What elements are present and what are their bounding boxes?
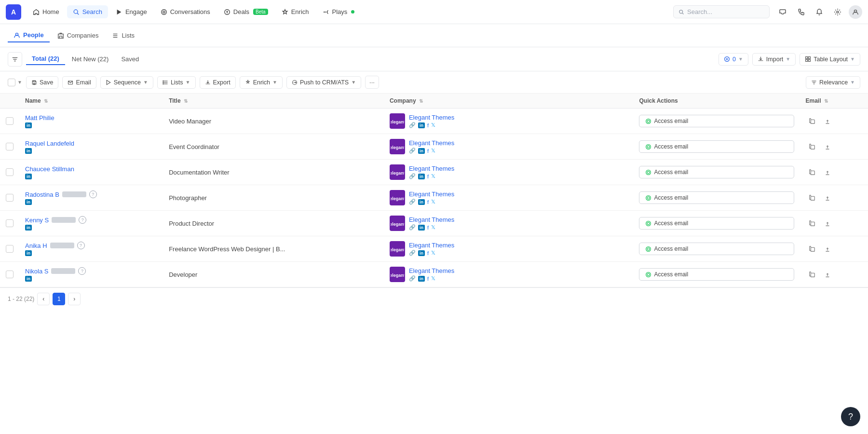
linkedin-icon[interactable]: in <box>25 250 32 256</box>
company-name-link[interactable]: Elegant Themes <box>409 114 454 121</box>
tab-total[interactable]: Total (22) <box>26 53 65 65</box>
access-email-btn[interactable]: Access email <box>639 217 794 230</box>
email-send-icon[interactable] <box>821 115 834 127</box>
company-facebook-icon[interactable]: f <box>427 225 429 231</box>
person-name-link[interactable]: Nikola S <box>25 268 48 275</box>
company-website-icon[interactable]: 🔗 <box>409 224 416 231</box>
company-facebook-icon[interactable]: f <box>427 148 429 154</box>
sub-nav-people[interactable]: People <box>8 28 50 42</box>
relevance-btn[interactable]: Relevance ▼ <box>806 76 860 89</box>
linkedin-icon[interactable]: in <box>25 174 32 179</box>
sequence-btn[interactable]: Sequence ▼ <box>100 76 153 89</box>
inbox-icon-btn[interactable] <box>775 5 790 19</box>
access-email-btn[interactable]: Access email <box>639 166 794 178</box>
company-website-icon[interactable]: 🔗 <box>409 275 416 282</box>
email-send-icon[interactable] <box>821 191 834 204</box>
nav-engage[interactable]: Engage <box>110 5 153 18</box>
email-copy-icon[interactable] <box>806 217 818 230</box>
row-checkbox[interactable] <box>6 194 14 202</box>
email-copy-icon[interactable] <box>806 140 818 153</box>
company-linkedin-icon[interactable]: in <box>418 174 425 179</box>
linkedin-icon[interactable]: in <box>25 199 32 205</box>
company-name-link[interactable]: Elegant Themes <box>409 216 454 223</box>
company-twitter-icon[interactable]: 𝕏 <box>431 250 435 256</box>
company-name-link[interactable]: Elegant Themes <box>409 190 454 198</box>
email-copy-icon[interactable] <box>806 166 818 178</box>
company-facebook-icon[interactable]: f <box>427 250 429 256</box>
company-linkedin-icon[interactable]: in <box>418 122 425 128</box>
settings-icon-btn[interactable] <box>830 5 845 19</box>
nav-plays[interactable]: Plays <box>317 5 361 18</box>
row-checkbox[interactable] <box>6 117 14 125</box>
person-name-link[interactable]: Kenny S <box>25 217 49 224</box>
company-facebook-icon[interactable]: f <box>427 174 429 179</box>
company-facebook-icon[interactable]: f <box>427 122 429 128</box>
access-email-btn[interactable]: Access email <box>639 191 794 204</box>
export-btn[interactable]: Export <box>200 76 236 89</box>
page-1-btn[interactable]: 1 <box>53 293 65 305</box>
help-icon[interactable]: ? <box>77 242 85 249</box>
company-twitter-icon[interactable]: 𝕏 <box>431 173 435 179</box>
tab-saved[interactable]: Saved <box>115 54 145 65</box>
email-send-icon[interactable] <box>821 140 834 153</box>
person-name-link[interactable]: Matt Philie <box>25 114 54 122</box>
nav-conversations[interactable]: Conversations <box>155 5 216 18</box>
next-page-btn[interactable]: › <box>68 293 81 305</box>
row-checkbox[interactable] <box>6 245 14 253</box>
email-copy-icon[interactable] <box>806 115 818 127</box>
access-email-btn[interactable]: Access email <box>639 115 794 127</box>
help-icon[interactable]: ? <box>78 267 86 275</box>
email-send-icon[interactable] <box>821 217 834 230</box>
sub-nav-companies[interactable]: Companies <box>52 29 105 42</box>
email-send-icon[interactable] <box>821 268 834 281</box>
company-name-link[interactable]: Elegant Themes <box>409 165 454 172</box>
prev-page-btn[interactable]: ‹ <box>37 293 50 305</box>
linkedin-icon[interactable]: in <box>25 276 32 282</box>
email-send-icon[interactable] <box>821 166 834 178</box>
email-btn[interactable]: Email <box>62 76 96 89</box>
row-checkbox[interactable] <box>6 143 14 150</box>
email-copy-icon[interactable] <box>806 191 818 204</box>
company-website-icon[interactable]: 🔗 <box>409 173 416 179</box>
company-linkedin-icon[interactable]: in <box>418 250 425 256</box>
col-title[interactable]: Title ⇅ <box>163 94 384 108</box>
user-icon-btn[interactable] <box>849 5 862 19</box>
push-crm-btn[interactable]: Push to CRM/ATS ▼ <box>286 76 361 89</box>
access-email-btn[interactable]: Access email <box>639 243 794 255</box>
linkedin-icon[interactable]: in <box>25 225 32 231</box>
save-btn[interactable]: Save <box>26 76 59 89</box>
app-logo[interactable]: A <box>6 4 21 20</box>
col-email[interactable]: Email ⇅ <box>800 94 868 108</box>
person-name-link[interactable]: Radostina B <box>25 191 59 198</box>
row-checkbox[interactable] <box>6 271 14 278</box>
company-twitter-icon[interactable]: 𝕏 <box>431 148 435 154</box>
chat-bubble-btn[interactable]: ? <box>841 407 860 426</box>
global-search[interactable]: Search... <box>673 5 770 18</box>
col-company[interactable]: Company ⇅ <box>384 94 634 108</box>
nav-search[interactable]: Search <box>67 5 108 18</box>
linkedin-icon[interactable]: in <box>25 122 32 128</box>
lists-btn[interactable]: Lists ▼ <box>157 76 196 89</box>
nav-deals[interactable]: Deals Beta <box>218 5 274 18</box>
nav-home[interactable]: Home <box>27 5 65 18</box>
row-checkbox[interactable] <box>6 219 14 227</box>
company-website-icon[interactable]: 🔗 <box>409 250 416 256</box>
more-actions-btn[interactable]: ··· <box>365 76 379 89</box>
company-linkedin-icon[interactable]: in <box>418 225 425 231</box>
tab-net-new[interactable]: Net New (22) <box>66 54 115 65</box>
row-checkbox[interactable] <box>6 168 14 176</box>
person-name-link[interactable]: Anika H <box>25 242 47 249</box>
col-name[interactable]: Name ⇅ <box>19 94 163 108</box>
sub-nav-lists[interactable]: Lists <box>106 29 140 42</box>
company-linkedin-icon[interactable]: in <box>418 148 425 154</box>
select-all-arrow[interactable]: ▼ <box>17 80 22 85</box>
bell-icon-btn[interactable] <box>812 5 827 19</box>
company-linkedin-icon[interactable]: in <box>418 199 425 205</box>
company-website-icon[interactable]: 🔗 <box>409 148 416 154</box>
access-email-btn[interactable]: Access email <box>639 140 794 153</box>
person-name-link[interactable]: Raquel Landefeld <box>25 140 74 147</box>
select-all-checkbox[interactable] <box>8 79 15 86</box>
company-name-link[interactable]: Elegant Themes <box>409 139 454 147</box>
import-btn[interactable]: Import ▼ <box>752 53 796 66</box>
help-icon[interactable]: ? <box>79 216 86 224</box>
